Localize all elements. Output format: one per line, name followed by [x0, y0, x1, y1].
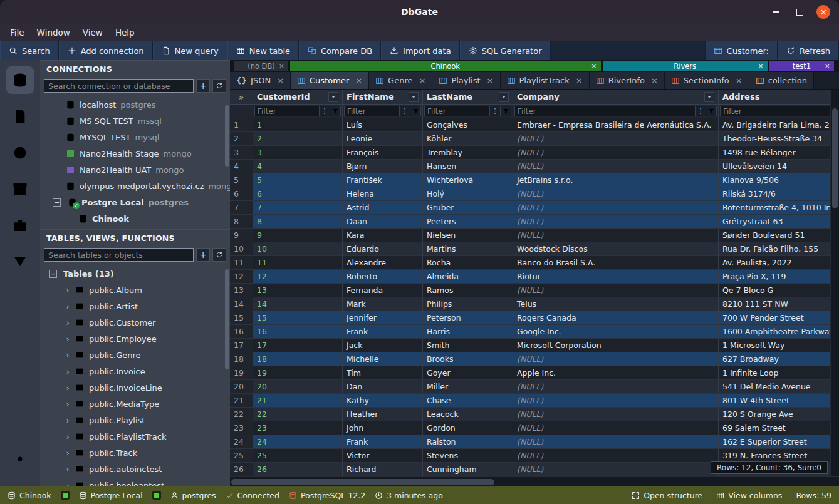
- cell[interactable]: Roberto: [343, 270, 423, 283]
- cell[interactable]: Sønder Boulevard 51: [719, 229, 839, 242]
- cell[interactable]: 1: [253, 118, 343, 131]
- file-tab-riverinfo[interactable]: RiverInfo×: [590, 72, 665, 89]
- table-item-public-playlist[interactable]: ›public.Playlist: [40, 412, 230, 428]
- db-tab-test1[interactable]: test1×: [769, 61, 834, 71]
- sidebar-apps-icon[interactable]: [6, 212, 34, 239]
- filter-input-firstname[interactable]: [344, 106, 400, 116]
- cell[interactable]: Gonçalves: [423, 118, 513, 131]
- cell[interactable]: 23: [253, 421, 343, 435]
- cell[interactable]: John: [343, 421, 423, 435]
- table-item-public-artist[interactable]: ›public.Artist: [40, 298, 230, 314]
- cell[interactable]: Rogers Canada: [513, 311, 719, 324]
- filter-input-address[interactable]: [720, 106, 837, 116]
- table-row[interactable]: 1313FernandaRamos(NULL)Qe 7 Bloco G: [230, 284, 839, 297]
- cell[interactable]: 5: [253, 173, 343, 187]
- cell[interactable]: Miller: [423, 380, 513, 393]
- connections-scrollbar[interactable]: [225, 105, 229, 167]
- table-item-public-track[interactable]: ›public.Track: [40, 445, 230, 461]
- vscroll-thumb[interactable]: [832, 108, 838, 208]
- cell[interactable]: František: [343, 173, 423, 187]
- cell[interactable]: Av. Paulista, 2022: [719, 256, 839, 269]
- cell[interactable]: Theodor-Heuss-Straße 34: [719, 132, 839, 145]
- close-icon[interactable]: ×: [736, 76, 743, 85]
- cell[interactable]: (NULL): [513, 215, 719, 228]
- cell[interactable]: 22: [253, 408, 343, 421]
- cell[interactable]: Ramos: [423, 284, 513, 297]
- cell[interactable]: Heather: [343, 408, 423, 421]
- cell[interactable]: Fernanda: [343, 284, 423, 297]
- cell[interactable]: 9: [253, 229, 343, 242]
- cell[interactable]: Peeters: [423, 215, 513, 228]
- table-row[interactable]: 2424FrankRalston(NULL)162 E Superior Str…: [230, 435, 839, 449]
- cell[interactable]: Rocha: [423, 256, 513, 269]
- filter-input-company[interactable]: [514, 106, 696, 116]
- column-header-company[interactable]: Company: [513, 90, 719, 104]
- table-item-public-playlisttrack[interactable]: ›public.PlaylistTrack: [40, 428, 230, 445]
- cell[interactable]: 2: [253, 132, 343, 145]
- toolbar-button-new-table[interactable]: New table: [227, 41, 299, 60]
- cell[interactable]: 69 Salem Street: [719, 421, 839, 435]
- cell[interactable]: Luís: [343, 118, 423, 131]
- close-icon[interactable]: ×: [651, 76, 658, 85]
- menu-help[interactable]: Help: [109, 26, 141, 39]
- table-row[interactable]: 2020DanMiller(NULL)541 Del Medio Avenue: [230, 380, 839, 394]
- file-tab-json[interactable]: {}JSON×: [230, 72, 291, 89]
- cell[interactable]: (NULL): [513, 408, 719, 421]
- filter-menu-button[interactable]: ⋮: [490, 106, 501, 116]
- table-row[interactable]: 1515JenniferPetersonRogers Canada700 W P…: [230, 311, 839, 325]
- cell[interactable]: Goyer: [423, 366, 513, 379]
- table-row[interactable]: 22LeonieKöhler(NULL)Theodor-Heuss-Straße…: [230, 132, 839, 146]
- cell[interactable]: Tremblay: [423, 146, 513, 159]
- table-row[interactable]: 1717JackSmithMicrosoft Corporation1 Micr…: [230, 339, 839, 352]
- menu-window[interactable]: Window: [31, 26, 76, 39]
- close-icon[interactable]: ×: [576, 76, 583, 85]
- file-tab-sectioninfo[interactable]: SectionInfo×: [665, 72, 749, 89]
- table-row[interactable]: 66HelenaHolý(NULL)Rilská 3174/6: [230, 187, 839, 201]
- cell[interactable]: (NULL): [513, 201, 719, 214]
- cell[interactable]: Mark: [343, 297, 423, 311]
- column-header-lastname[interactable]: LastName: [423, 90, 513, 104]
- collapse-expander-icon[interactable]: −: [53, 198, 61, 207]
- cell[interactable]: François: [343, 146, 423, 159]
- cell[interactable]: 6: [253, 187, 343, 200]
- cell[interactable]: Rilská 3174/6: [719, 187, 839, 200]
- close-icon[interactable]: ×: [825, 62, 830, 70]
- cell[interactable]: Apple Inc.: [513, 366, 719, 379]
- cell[interactable]: Gruber: [423, 201, 513, 214]
- cell[interactable]: Leonie: [343, 132, 423, 145]
- cell[interactable]: (NULL): [513, 132, 719, 145]
- column-header-firstname[interactable]: FirstName: [343, 90, 423, 104]
- table-row[interactable]: 1414MarkPhilipsTelus8210 111 ST NW: [230, 297, 839, 311]
- cell[interactable]: Ullevålsveien 14: [719, 160, 839, 173]
- cell[interactable]: Grétrystraat 63: [719, 215, 839, 228]
- db-tab-no-db[interactable]: (no DB)×: [234, 61, 288, 71]
- cell[interactable]: 7: [253, 201, 343, 214]
- cell[interactable]: 13: [253, 284, 343, 297]
- connection-item-mysql-test[interactable]: MYSQL TESTmysql: [40, 129, 230, 145]
- close-icon[interactable]: ×: [419, 76, 425, 85]
- toolbar-button-compare-db[interactable]: Compare DB: [299, 41, 381, 60]
- collapse-expander-icon[interactable]: −: [49, 270, 57, 278]
- file-tab-playlist[interactable]: Playlist×: [432, 72, 500, 89]
- db-tab-chinook[interactable]: Chinook×: [290, 61, 601, 71]
- cell[interactable]: 162 E Superior Street: [719, 435, 839, 448]
- connection-item-nano2health-uat[interactable]: Nano2Health UATmongo: [40, 162, 230, 178]
- cell[interactable]: Philips: [423, 297, 513, 311]
- table-item-public-invoiceline[interactable]: ›public.InvoiceLine: [40, 379, 230, 396]
- cell[interactable]: (NULL): [513, 187, 719, 200]
- table-item-public-invoice[interactable]: ›public.Invoice: [40, 363, 230, 379]
- file-tab-playlisttrack[interactable]: PlaylistTrack×: [501, 72, 590, 89]
- sidebar-filter-icon[interactable]: [6, 248, 34, 275]
- close-icon[interactable]: ×: [355, 76, 362, 85]
- table-row[interactable]: 2323JohnGordon(NULL)69 Salem Street: [230, 421, 839, 435]
- table-row[interactable]: 1212RobertoAlmeidaRioturPraça Pio X, 119: [230, 270, 839, 284]
- cell[interactable]: 3: [253, 146, 343, 159]
- cell[interactable]: 21: [253, 394, 343, 407]
- table-row[interactable]: 44BjørnHansen(NULL)Ullevålsveien 14: [230, 160, 839, 173]
- cell[interactable]: Rotenturmstraße 4, 1010 Innere Stadt: [719, 201, 839, 214]
- table-row[interactable]: 88DaanPeeters(NULL)Grétrystraat 63: [230, 215, 839, 229]
- cell[interactable]: Almeida: [423, 270, 513, 283]
- cell[interactable]: (NULL): [513, 394, 719, 407]
- file-tab-genre[interactable]: Genre×: [369, 72, 432, 89]
- minimize-button[interactable]: [769, 5, 783, 19]
